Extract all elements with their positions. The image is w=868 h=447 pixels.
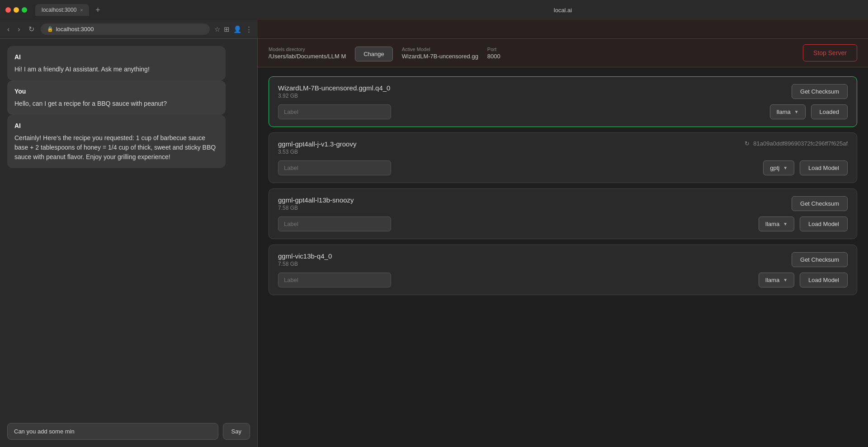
model-type-value: llama (765, 221, 779, 227)
model-label-input[interactable] (278, 216, 391, 231)
model-action-button[interactable]: Load Model (800, 273, 848, 287)
extension-button[interactable]: ⊞ (224, 25, 230, 33)
message-sender: AI (14, 121, 218, 131)
message-text: Hello, can I get a recipe for a BBQ sauc… (14, 99, 218, 108)
active-model-value: WizardLM-7B-uncensored.gg (402, 53, 478, 60)
model-type-value: llama (765, 277, 779, 283)
mac-close-button[interactable] (5, 7, 11, 13)
model-card-footer: gptj ▼ Load Model (278, 160, 848, 175)
model-name: ggml-vic13b-q4_0 (278, 252, 332, 260)
lock-icon: 🔒 (47, 26, 53, 32)
message-text: Certainly! Here's the recipe you request… (14, 133, 218, 162)
mac-minimize-button[interactable] (14, 7, 19, 13)
localai-header: Models directory /Users/lab/Documents/LL… (258, 39, 868, 67)
messages-container: AI Hi! I am a friendly AI assistant. Ask… (7, 46, 250, 168)
model-card-0: WizardLM-7B-uncensored.ggml.q4_0 3.92 GB… (269, 76, 857, 127)
browser-titlebar-left: localhost:3000 × + (0, 4, 258, 16)
models-dir-field: Models directory /Users/lab/Documents/LL… (269, 47, 346, 60)
model-type-select[interactable]: llama ▼ (770, 104, 806, 119)
model-card-3: ggml-vic13b-q4_0 7.58 GB Get Checksum ll… (269, 245, 857, 295)
model-info: ggml-gpt4all-j-v1.3-groovy 3.53 GB (278, 140, 356, 155)
model-action-button[interactable]: Load Model (800, 160, 848, 175)
chevron-down-icon: ▼ (783, 278, 788, 282)
bookmark-button[interactable]: ☆ (214, 25, 220, 33)
model-action-button[interactable]: Loaded (811, 104, 848, 119)
models-dir-value: /Users/lab/Documents/LLM M (269, 53, 346, 60)
model-card-footer: llama ▼ Loaded (278, 104, 848, 119)
refresh-icon: ↻ (745, 140, 750, 147)
active-model-field: Active Model WizardLM-7B-uncensored.gg (402, 47, 478, 60)
message-bubble-ai: AI Certainly! Here's the recipe you requ… (7, 115, 226, 168)
chat-input-area: Say (7, 419, 250, 440)
model-card-1: ggml-gpt4all-j-v1.3-groovy 3.53 GB ↻ 81a… (269, 132, 857, 183)
model-card-header: WizardLM-7B-uncensored.ggml.q4_0 3.92 GB… (278, 84, 848, 99)
model-type-value: gptj (770, 165, 779, 171)
model-type-select[interactable]: llama ▼ (759, 273, 794, 287)
model-info: WizardLM-7B-uncensored.ggml.q4_0 3.92 GB (278, 84, 390, 99)
port-field: Port 8000 (487, 47, 500, 60)
message-bubble-ai: AI Hi! I am a friendly AI assistant. Ask… (7, 46, 226, 80)
menu-button[interactable]: ⋮ (245, 25, 252, 33)
model-size: 7.58 GB (278, 261, 332, 267)
chevron-down-icon: ▼ (783, 221, 788, 226)
model-name: WizardLM-7B-uncensored.ggml.q4_0 (278, 84, 390, 92)
active-model-label: Active Model (402, 47, 478, 52)
port-label: Port (487, 47, 500, 52)
model-info: ggml-gpt4all-l13b-snoozy 7.58 GB (278, 196, 354, 211)
change-directory-button[interactable]: Change (355, 47, 393, 61)
model-label-input[interactable] (278, 104, 391, 119)
model-size: 7.58 GB (278, 205, 354, 211)
model-card-header: ggml-gpt4all-j-v1.3-groovy 3.53 GB ↻ 81a… (278, 140, 848, 155)
profile-button[interactable]: 👤 (233, 25, 242, 33)
mac-window-controls (5, 7, 27, 13)
localai-window-title: local.ai (258, 7, 868, 14)
tab-close-button[interactable]: × (80, 8, 83, 13)
model-name: ggml-gpt4all-j-v1.3-groovy (278, 140, 356, 148)
chevron-down-icon: ▼ (783, 165, 788, 170)
chat-panel: AI Hi! I am a friendly AI assistant. Ask… (0, 39, 258, 447)
model-checksum: ↻ 81a09a0ddf89690372fc296ff7f625af (745, 140, 848, 147)
model-type-value: llama (777, 108, 791, 115)
model-card-footer: llama ▼ Load Model (278, 216, 848, 231)
model-info: ggml-vic13b-q4_0 7.58 GB (278, 252, 332, 267)
tab-label: localhost:3000 (42, 7, 76, 13)
model-card-footer: llama ▼ Load Model (278, 273, 848, 287)
chrome-addressbar: ‹ › ↻ 🔒 localhost:3000 ☆ ⊞ 👤 ⋮ (0, 20, 258, 39)
models-list: WizardLM-7B-uncensored.ggml.q4_0 3.92 GB… (258, 67, 868, 304)
model-size: 3.53 GB (278, 149, 356, 155)
main-area: AI Hi! I am a friendly AI assistant. Ask… (0, 39, 868, 447)
browser-tab[interactable]: localhost:3000 × (35, 4, 89, 16)
models-dir-label: Models directory (269, 47, 346, 52)
model-size: 3.92 GB (278, 93, 390, 99)
mac-titlebar: localhost:3000 × + local.ai (0, 0, 868, 20)
message-bubble-user: You Hello, can I get a recipe for a BBQ … (7, 80, 226, 115)
new-tab-button[interactable]: + (95, 5, 100, 15)
model-type-select[interactable]: llama ▼ (759, 216, 794, 231)
chrome-actions: ☆ ⊞ 👤 ⋮ (214, 25, 252, 33)
mac-maximize-button[interactable] (22, 7, 27, 13)
localai-panel: Models directory /Users/lab/Documents/LL… (258, 39, 868, 447)
model-card-header: ggml-vic13b-q4_0 7.58 GB Get Checksum (278, 252, 848, 267)
chat-input[interactable] (7, 423, 218, 440)
model-label-input[interactable] (278, 273, 391, 287)
refresh-button[interactable]: ↻ (27, 23, 36, 35)
model-card-2: ggml-gpt4all-l13b-snoozy 7.58 GB Get Che… (269, 188, 857, 239)
back-button[interactable]: ‹ (5, 24, 11, 35)
model-label-input[interactable] (278, 160, 391, 175)
chevron-down-icon: ▼ (794, 109, 799, 114)
get-checksum-button[interactable]: Get Checksum (792, 196, 848, 211)
model-type-select[interactable]: gptj ▼ (763, 160, 794, 175)
forward-button[interactable]: › (16, 24, 22, 35)
port-value: 8000 (487, 53, 500, 60)
address-value: localhost:3000 (56, 26, 94, 33)
stop-server-button[interactable]: Stop Server (803, 44, 857, 61)
send-button[interactable]: Say (223, 423, 250, 440)
get-checksum-button[interactable]: Get Checksum (792, 84, 848, 99)
message-text: Hi! I am a friendly AI assistant. Ask me… (14, 65, 218, 74)
model-name: ggml-gpt4all-l13b-snoozy (278, 196, 354, 204)
address-bar[interactable]: 🔒 localhost:3000 (41, 24, 210, 35)
get-checksum-button[interactable]: Get Checksum (792, 252, 848, 267)
model-action-button[interactable]: Load Model (800, 216, 848, 231)
model-card-header: ggml-gpt4all-l13b-snoozy 7.58 GB Get Che… (278, 196, 848, 211)
message-sender: AI (14, 52, 218, 62)
